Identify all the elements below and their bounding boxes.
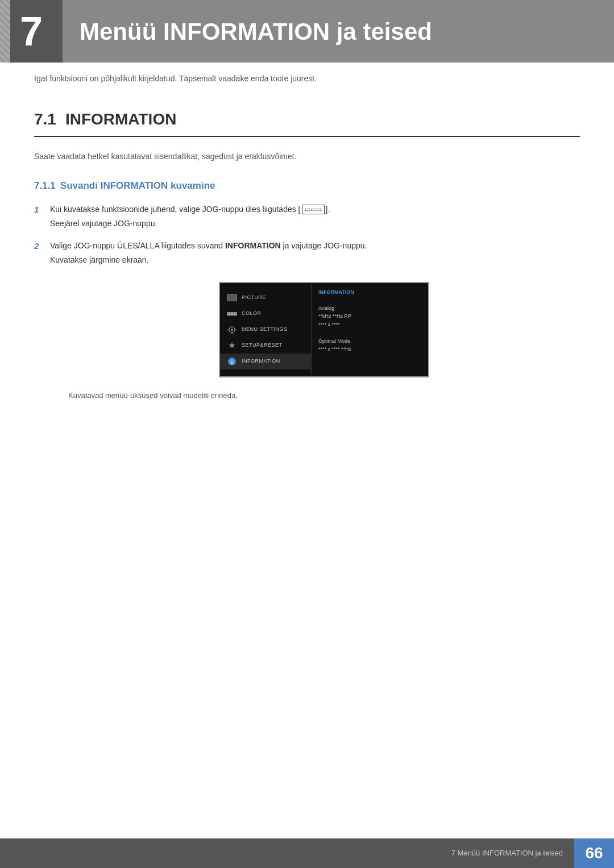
- svg-rect-0: [227, 294, 237, 301]
- picture-icon: [227, 294, 237, 302]
- svg-text:i: i: [231, 359, 233, 365]
- subsection-number: 7.1.1: [34, 180, 56, 191]
- menu-item-color: COLOR: [220, 306, 311, 322]
- menu-settings-label: MENU SETTINGS: [242, 326, 288, 334]
- info-icon: i: [227, 358, 237, 366]
- section-title-text: INFORMATION: [65, 110, 176, 128]
- menu-item-picture: PICTURE: [220, 290, 311, 306]
- section-description: Saate vaadata hetkel kasutatavat sisenda…: [34, 151, 580, 163]
- information-bold: INFORMATION: [225, 241, 281, 250]
- main-content: 7.1INFORMATION Saate vaadata hetkel kasu…: [0, 85, 614, 446]
- step-1-number: 1: [34, 203, 50, 217]
- subsection-7-1-1-title: 7.1.1Suvandi INFORMATION kuvamine: [34, 178, 580, 193]
- svg-rect-3: [227, 314, 237, 315]
- step-2-number: 2: [34, 240, 50, 253]
- header-title-block: Menüü INFORMATION ja teised: [63, 14, 432, 49]
- step-1: 1 Kui kuvatakse funktsioonide juhend, va…: [34, 203, 580, 230]
- page-footer: 7 Menüü INFORMATION ja teised 66: [0, 838, 614, 868]
- step-2: 2 Valige JOG-nuppu ÜLES/ALLA liigutades …: [34, 240, 580, 266]
- steps-list: 1 Kui kuvatakse funktsioonide juhend, va…: [34, 203, 580, 266]
- header-band: 7 Menüü INFORMATION ja teised: [0, 0, 614, 63]
- menu-information-label: INFORMATION: [242, 358, 280, 366]
- menu-settings-icon: [227, 326, 237, 334]
- header-title: Menüü INFORMATION ja teised: [80, 18, 432, 45]
- monitor-screen: PICTURE COLOR: [219, 282, 429, 377]
- svg-rect-2: [227, 312, 237, 314]
- image-note: Kuvatavad menüü-üksused võivad mudeliti …: [68, 390, 580, 401]
- menu-setup-label: SETUP&RESET: [242, 342, 283, 350]
- footer-text: 7 Menüü INFORMATION ja teised: [451, 848, 574, 859]
- menu-item-setup: SETUP&RESET: [220, 338, 311, 354]
- monitor-screenshot: PICTURE COLOR: [68, 282, 580, 377]
- page-number: 66: [585, 841, 603, 865]
- menu-item-settings: MENU SETTINGS: [220, 322, 311, 338]
- subtitle-text: Igat funktsiooni on põhjalikult kirjelda…: [34, 74, 317, 83]
- info-panel-title: INFORMATION: [318, 289, 421, 297]
- section-7-1-title: 7.1INFORMATION: [34, 107, 580, 137]
- color-icon: [227, 310, 237, 318]
- step-1-text: Kui kuvatakse funktsioonide juhend, vali…: [50, 203, 580, 230]
- svg-point-5: [231, 329, 233, 331]
- menu-item-information: i INFORMATION: [220, 354, 311, 369]
- step-1-sub: Seejärel vajutage JOG-nuppu.: [50, 218, 580, 230]
- step-2-sub: Kuvatakse järgmine ekraan.: [50, 254, 580, 266]
- step-2-text: Valige JOG-nuppu ÜLES/ALLA liigutades su…: [50, 240, 580, 266]
- decorative-stripes: [0, 0, 10, 63]
- jog-icon: ▭▭▭: [302, 205, 325, 214]
- menu-picture-label: PICTURE: [242, 294, 266, 302]
- section-number: 7.1: [34, 110, 56, 128]
- page-number-box: 66: [574, 838, 614, 868]
- header-subtitle: Igat funktsiooni on põhjalikult kirjelda…: [0, 63, 614, 85]
- info-panel-content: Analog **kHz **Hz PP **** x **** Optimal…: [318, 304, 421, 353]
- menu-panel: PICTURE COLOR: [220, 283, 311, 376]
- subsection-title-text: Suvandi INFORMATION kuvamine: [60, 180, 215, 191]
- chapter-number: 7: [20, 11, 43, 52]
- menu-color-label: COLOR: [242, 310, 262, 318]
- setup-icon: [227, 342, 237, 350]
- info-panel: INFORMATION Analog **kHz **Hz PP **** x …: [311, 283, 428, 376]
